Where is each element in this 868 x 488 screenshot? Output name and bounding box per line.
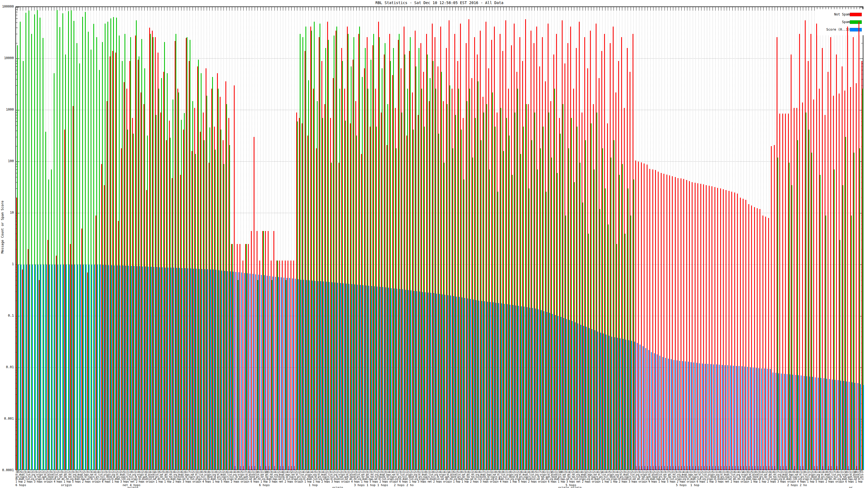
bar-spam	[71, 10, 72, 470]
category-gridline	[71, 7, 71, 469]
y-minor-tick-right	[861, 446, 863, 446]
y-minor-tick-left	[16, 388, 18, 389]
x-tick-top	[583, 7, 583, 10]
x-tick-top	[580, 7, 580, 10]
bar-spam	[537, 169, 538, 470]
y-minor-tick-right	[861, 267, 863, 267]
bar-score	[120, 265, 120, 470]
x-tick-bottom	[597, 466, 597, 469]
x-tick-top	[65, 7, 66, 10]
x-tick-bottom	[529, 466, 529, 469]
y-minor-tick-left	[16, 285, 18, 286]
x-tick-bottom	[384, 466, 385, 469]
x-tick-top	[305, 7, 306, 10]
bar-spam	[616, 244, 617, 470]
y-minor-tick-right	[861, 272, 863, 273]
y-minor-tick-left	[16, 324, 18, 324]
x-tick-bottom	[789, 466, 789, 469]
bar-spam	[486, 104, 487, 470]
bar-score	[111, 265, 112, 470]
x-tick-bottom	[96, 466, 97, 469]
bar-not-spam	[392, 75, 393, 470]
bar-score	[792, 375, 793, 470]
x-tick-top	[433, 7, 433, 10]
bar-score	[815, 378, 816, 470]
x-labels-row: bl.dnsbl.list.org origin bl.blocklist.ne…	[16, 478, 863, 480]
legend-label-spam: Spam	[842, 20, 850, 24]
bar-spam	[433, 61, 433, 470]
bar-not-spam	[115, 53, 116, 470]
category-gridline	[809, 7, 809, 469]
bar-score	[318, 281, 318, 470]
x-tick-top	[331, 7, 331, 10]
x-tick-bottom	[515, 466, 515, 469]
x-tick-bottom	[611, 466, 611, 469]
x-tick-top	[68, 7, 68, 10]
y-minor-tick-left	[16, 434, 18, 435]
bar-not-spam	[271, 261, 272, 470]
x-tick-bottom	[715, 466, 716, 469]
category-gridline	[173, 7, 173, 469]
y-minor-tick-left	[16, 337, 18, 337]
bar-spam	[111, 19, 111, 470]
x-tick-bottom	[176, 466, 176, 469]
bar-spam	[523, 127, 524, 470]
x-tick-bottom	[339, 466, 340, 469]
bar-not-spam	[666, 174, 667, 470]
x-tick-top	[704, 7, 705, 10]
y-minor-tick-right	[861, 269, 863, 270]
x-tick-top	[523, 7, 524, 10]
bar-score	[267, 276, 268, 470]
x-tick-top	[314, 7, 314, 10]
bar-spam	[328, 40, 329, 470]
y-tick-label: 0.1	[0, 314, 14, 317]
category-gridline	[42, 7, 43, 469]
category-gridline	[469, 7, 470, 469]
bar-score	[781, 373, 782, 470]
x-tick-bottom	[144, 466, 145, 469]
x-tick-bottom	[54, 466, 54, 469]
bar-spam	[464, 180, 464, 470]
y-minor-tick-right	[861, 61, 863, 61]
y-minor-tick-right	[861, 285, 863, 286]
bar-spam	[54, 73, 55, 470]
bar-score	[202, 269, 203, 470]
bar-not-spam	[536, 27, 537, 470]
x-tick-top	[37, 7, 37, 10]
decade-gridline	[16, 161, 863, 162]
bar-not-spam	[223, 140, 223, 470]
x-tick-bottom	[334, 466, 334, 469]
x-tick-bottom	[608, 466, 608, 469]
bar-not-spam	[330, 118, 331, 470]
bar-spam	[319, 24, 320, 470]
bar-not-spam	[352, 60, 353, 470]
bar-score	[493, 302, 494, 470]
bar-score	[668, 359, 669, 470]
bar-not-spam	[607, 123, 608, 470]
bar-not-spam	[341, 48, 342, 470]
bar-score	[860, 384, 861, 470]
x-tick-bottom	[402, 466, 402, 469]
bar-spam	[26, 13, 26, 470]
bar-score	[510, 305, 510, 470]
y-minor-tick-right	[861, 188, 863, 189]
x-tick-top	[418, 7, 419, 10]
bar-not-spam	[737, 194, 738, 470]
bar-spam	[133, 134, 134, 470]
bar-score	[812, 377, 813, 470]
x-tick-label: 6 hops	[16, 484, 26, 487]
x-tick-top	[650, 7, 651, 10]
bar-not-spam	[248, 244, 249, 470]
y-minor-tick-right	[861, 388, 863, 389]
x-tick-bottom	[209, 466, 210, 469]
bar-spam	[520, 154, 521, 470]
x-tick-top	[353, 7, 354, 10]
bar-not-spam	[285, 261, 286, 470]
bar-score	[252, 274, 253, 470]
bar-not-spam	[604, 34, 605, 470]
bar-spam	[85, 12, 86, 470]
bar-not-spam	[661, 173, 661, 470]
x-tick-bottom	[272, 466, 272, 469]
y-minor-tick-left	[16, 28, 18, 28]
bar-spam	[529, 188, 529, 470]
